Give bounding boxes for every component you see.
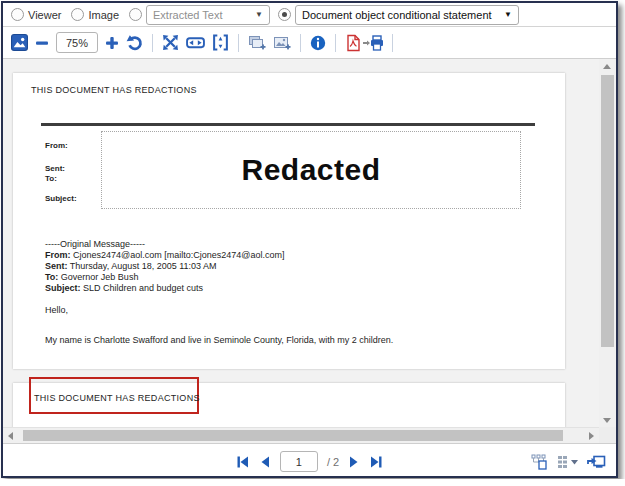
email-to-line: To: Governor Jeb Bush — [45, 272, 393, 283]
image-viewer-icon — [11, 34, 28, 51]
email-body-text: My name is Charlotte Swafford and live i… — [45, 335, 393, 346]
document-info-button[interactable] — [310, 35, 326, 51]
document-canvas[interactable]: THIS DOCUMENT HAS REDACTIONS From: Sent:… — [3, 59, 599, 427]
plus-icon — [105, 36, 119, 50]
next-page-icon — [348, 455, 360, 469]
scroll-right-icon[interactable] — [589, 432, 594, 440]
scroll-down-icon[interactable] — [603, 418, 611, 423]
actual-size-button[interactable] — [162, 34, 179, 51]
subject-label: Subject: — [45, 194, 77, 203]
grid-options-button[interactable] — [557, 455, 579, 469]
pagination-bar: / 2 — [3, 443, 616, 478]
first-page-icon — [236, 455, 250, 469]
horizontal-rule — [41, 123, 535, 126]
related-documents-button[interactable] — [531, 454, 549, 470]
original-message-separator: -----Original Message----- — [45, 239, 393, 250]
scroll-up-icon[interactable] — [603, 64, 611, 69]
image-viewer-mode-button[interactable] — [11, 34, 28, 51]
scroll-left-icon[interactable] — [8, 432, 13, 440]
copy-image-add-icon — [273, 35, 291, 51]
vertical-scrollbar-thumb[interactable] — [601, 75, 614, 347]
email-from-line: From: Cjones2474@aol.com [mailto:Cjones2… — [45, 250, 393, 261]
page-number-input[interactable] — [280, 451, 318, 472]
chevron-down-icon — [571, 460, 578, 465]
from-label: From: — [45, 141, 68, 150]
conditional-radio[interactable] — [278, 8, 291, 21]
next-page-button[interactable] — [348, 455, 360, 469]
viewer-toolbar — [3, 27, 616, 59]
chevron-down-icon: ▼ — [255, 10, 263, 19]
horizontal-scrollbar-thumb[interactable] — [23, 430, 563, 441]
fit-page-button[interactable] — [212, 34, 229, 51]
zoom-in-button[interactable] — [105, 36, 119, 50]
previous-page-button[interactable] — [259, 455, 271, 469]
viewer-radio-label: Viewer — [28, 9, 61, 21]
pdf-to-printer-icon — [345, 34, 383, 52]
last-page-button[interactable] — [369, 455, 383, 469]
document-viewer-window: Viewer Image Extracted Text ▼ Document o… — [1, 1, 618, 478]
viewer-mode-bar: Viewer Image Extracted Text ▼ Document o… — [3, 3, 616, 27]
extracted-text-radio[interactable] — [129, 8, 142, 21]
document-viewer-pane: THIS DOCUMENT HAS REDACTIONS From: Sent:… — [3, 59, 616, 443]
vertical-scrollbar[interactable] — [599, 59, 616, 427]
rotate-button[interactable] — [126, 34, 143, 51]
first-page-button[interactable] — [236, 455, 250, 469]
separator — [152, 34, 153, 52]
viewer-radio[interactable] — [11, 8, 24, 21]
copy-image-button[interactable] — [273, 35, 291, 51]
fit-page-icon — [212, 34, 229, 51]
sent-label: Sent: — [45, 164, 65, 173]
extracted-text-dropdown-value: Extracted Text — [153, 9, 223, 21]
separator — [300, 34, 301, 52]
email-sent-line: Sent: Thursday, August 18, 2005 11:03 AM — [45, 261, 393, 272]
to-label: To: — [45, 174, 57, 183]
info-icon — [310, 35, 326, 51]
redacted-label: Redacted — [241, 153, 380, 187]
copy-page-button[interactable] — [248, 35, 266, 51]
image-radio[interactable] — [71, 8, 84, 21]
separator — [238, 34, 239, 52]
separator — [335, 34, 336, 52]
total-pages-label: / 2 — [327, 456, 339, 468]
actual-size-icon — [162, 34, 179, 51]
image-radio-label: Image — [88, 9, 119, 21]
document-page-2: THIS DOCUMENT HAS REDACTIONS — [13, 383, 565, 427]
fit-width-icon — [186, 34, 205, 51]
rotate-left-icon — [126, 34, 143, 51]
redacted-region: Redacted — [101, 131, 521, 209]
last-page-icon — [369, 455, 383, 469]
conditional-dropdown-value: Document object conditional statement — [302, 9, 492, 21]
minus-icon — [35, 36, 49, 50]
separator — [392, 34, 393, 52]
zoom-level-input[interactable] — [56, 32, 98, 53]
conditional-dropdown[interactable]: Document object conditional statement ▼ — [295, 5, 519, 25]
previous-page-icon — [259, 455, 271, 469]
redaction-notice-page2: THIS DOCUMENT HAS REDACTIONS — [34, 393, 200, 403]
horizontal-scrollbar[interactable] — [3, 427, 599, 443]
related-documents-icon — [531, 454, 549, 470]
copy-page-add-icon — [248, 35, 266, 51]
pop-out-viewer-icon — [587, 454, 606, 470]
chevron-down-icon: ▼ — [504, 10, 512, 19]
scrollbar-corner — [599, 427, 616, 443]
pagination-right-tools — [531, 444, 606, 478]
extracted-text-dropdown[interactable]: Extracted Text ▼ — [146, 5, 270, 25]
redaction-notice: THIS DOCUMENT HAS REDACTIONS — [31, 85, 197, 95]
email-greeting: Hello, — [45, 305, 393, 316]
email-body: -----Original Message----- From: Cjones2… — [45, 239, 393, 346]
zoom-out-button[interactable] — [35, 36, 49, 50]
grid-options-icon — [557, 455, 579, 469]
email-subject-line: Subject: SLD Children and budget cuts — [45, 283, 393, 294]
pop-out-viewer-button[interactable] — [587, 454, 606, 470]
fit-width-button[interactable] — [186, 34, 205, 51]
document-page-1: THIS DOCUMENT HAS REDACTIONS From: Sent:… — [13, 73, 565, 369]
save-pdf-print-button[interactable] — [345, 34, 383, 52]
